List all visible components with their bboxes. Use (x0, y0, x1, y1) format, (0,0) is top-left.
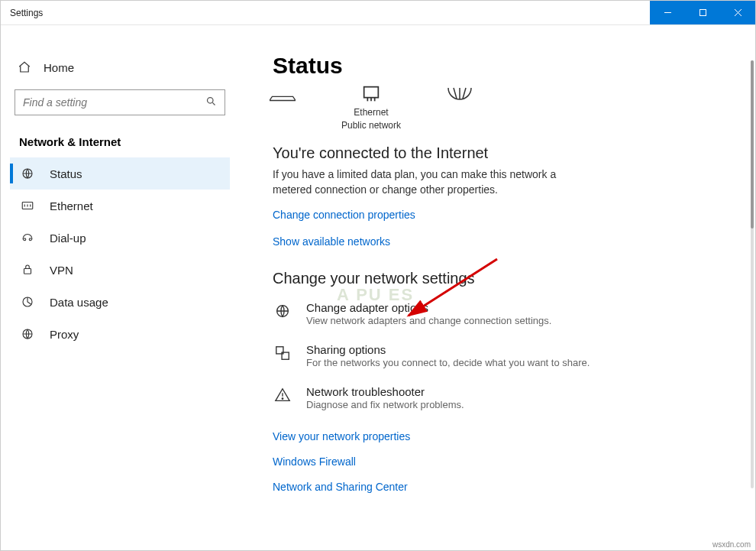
pc-icon (270, 83, 296, 105)
globe-icon-col (447, 83, 473, 105)
connected-heading: You're connected to the Internet (273, 144, 732, 162)
net-sublabel: Public network (341, 120, 401, 131)
home-button[interactable]: Home (10, 56, 230, 79)
link-view-properties[interactable]: View your network properties (273, 430, 410, 442)
option-change-adapter[interactable]: Change adapter options View network adap… (273, 301, 732, 326)
option-title: Network troubleshooter (306, 385, 464, 398)
svg-line-22 (463, 88, 466, 99)
svg-point-11 (24, 238, 26, 241)
sidebar-item-status[interactable]: Status (10, 157, 230, 190)
adapter-icon (273, 301, 292, 326)
sidebar-item-dialup[interactable]: Dial-up (10, 222, 230, 254)
titlebar: Settings (1, 1, 755, 25)
connected-text: If you have a limited data plan, you can… (273, 167, 593, 198)
sidebar-category: Network & Internet (10, 115, 230, 157)
ethernet-icon (21, 199, 34, 212)
troubleshooter-icon (273, 385, 292, 410)
body: Home Network & Internet Status Ethern (1, 25, 755, 550)
globe-icon (447, 83, 473, 105)
sidebar-item-datausage[interactable]: Data usage (10, 286, 230, 318)
search-input[interactable] (23, 96, 205, 109)
network-icon-row: Ethernet Public network (270, 83, 732, 131)
search-box[interactable] (15, 89, 225, 115)
vpn-icon (21, 263, 34, 277)
link-network-sharing-center[interactable]: Network and Sharing Center (273, 481, 408, 493)
sidebar-item-label: Dial-up (50, 232, 86, 245)
sidebar-item-label: VPN (50, 264, 73, 277)
option-desc: Diagnose and fix network problems. (306, 399, 464, 410)
pc-icon-col (270, 83, 296, 105)
content: Status Ethernet Public network (245, 25, 755, 550)
net-label: Ethernet (354, 107, 388, 118)
option-desc: View network adapters and change connect… (306, 315, 551, 326)
home-icon (18, 60, 31, 74)
sidebar-item-vpn[interactable]: VPN (10, 254, 230, 286)
svg-point-12 (29, 238, 31, 241)
credit: wsxdn.com (712, 540, 751, 549)
sidebar: Home Network & Internet Status Ethern (1, 25, 245, 550)
ethernet-icon-col: Ethernet Public network (341, 83, 401, 131)
close-button[interactable] (720, 1, 755, 24)
link-windows-firewall[interactable]: Windows Firewall (273, 455, 356, 468)
sharing-icon (273, 343, 292, 368)
link-show-networks[interactable]: Show available networks (273, 235, 390, 248)
sidebar-item-label: Proxy (50, 328, 79, 341)
svg-line-5 (212, 102, 215, 105)
ethernet-large-icon (358, 83, 384, 105)
dialup-icon (21, 231, 34, 245)
sidebar-item-proxy[interactable]: Proxy (10, 318, 230, 350)
page-title: Status (273, 53, 732, 79)
option-sharing[interactable]: Sharing options For the networks you con… (273, 343, 732, 368)
sidebar-item-label: Status (50, 167, 82, 180)
minimize-button[interactable] (650, 1, 685, 24)
sidebar-item-ethernet[interactable]: Ethernet (10, 190, 230, 222)
settings-window: Settings Home (0, 0, 756, 551)
option-title: Change adapter options (306, 301, 551, 314)
option-troubleshooter[interactable]: Network troubleshooter Diagnose and fix … (273, 385, 732, 410)
svg-rect-16 (364, 87, 379, 98)
app-title: Settings (10, 8, 43, 18)
status-icon (21, 167, 34, 180)
proxy-icon (21, 327, 34, 341)
datausage-icon (21, 295, 34, 309)
change-settings-heading: Change your network settings (273, 270, 732, 287)
svg-rect-1 (699, 10, 706, 16)
link-connection-properties[interactable]: Change connection properties (273, 209, 415, 221)
window-controls (650, 1, 755, 24)
svg-point-4 (208, 97, 214, 103)
search-icon (205, 96, 217, 110)
svg-point-27 (282, 397, 283, 398)
scrollbar[interactable] (751, 60, 754, 488)
svg-rect-13 (24, 269, 31, 274)
sidebar-item-label: Ethernet (50, 199, 93, 212)
svg-line-20 (454, 88, 457, 99)
titlebar-left: Settings (1, 8, 43, 18)
maximize-button[interactable] (685, 1, 720, 24)
option-title: Sharing options (306, 343, 590, 356)
sidebar-item-label: Data usage (50, 296, 108, 309)
option-desc: For the networks you connect to, decide … (306, 357, 590, 368)
home-label: Home (44, 61, 74, 74)
